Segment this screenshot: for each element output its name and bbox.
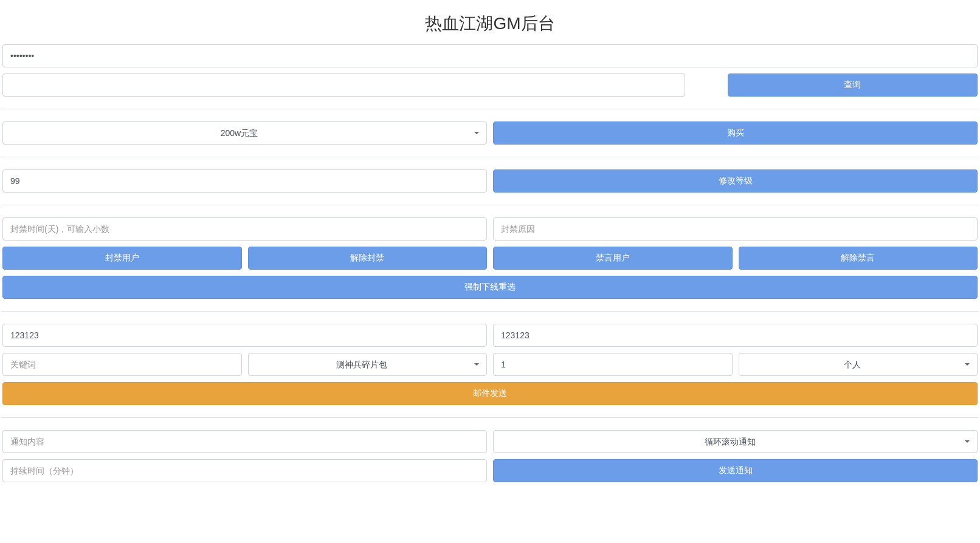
keyword-input[interactable] — [2, 353, 242, 376]
divider — [1, 417, 979, 418]
mail-count-input[interactable] — [493, 353, 733, 376]
mail-target-select[interactable]: 个人 — [739, 353, 978, 376]
divider — [1, 109, 979, 109]
force-offline-button[interactable]: 强制下线重选 — [2, 276, 978, 299]
purchase-button[interactable]: 购买 — [493, 121, 978, 145]
notify-type-select[interactable]: 循环滚动通知 — [493, 430, 978, 453]
send-mail-button[interactable]: 邮件发送 — [2, 382, 978, 405]
notify-content-input[interactable] — [2, 430, 487, 453]
divider — [1, 157, 979, 157]
level-input[interactable] — [2, 169, 487, 193]
mail-item-select[interactable]: 测神兵碎片包 — [248, 353, 488, 376]
unmute-user-button[interactable]: 解除禁言 — [739, 247, 978, 270]
send-notify-button[interactable]: 发送通知 — [493, 459, 978, 482]
notify-duration-input[interactable] — [2, 459, 487, 482]
ban-user-button[interactable]: 封禁用户 — [2, 247, 242, 270]
ban-reason-input[interactable] — [493, 217, 978, 241]
password-input[interactable] — [2, 44, 978, 67]
mail-input-2[interactable] — [493, 324, 978, 347]
purchase-item-select[interactable]: 200w元宝 — [2, 121, 487, 145]
query-input[interactable] — [2, 73, 685, 97]
divider — [1, 311, 979, 312]
mute-user-button[interactable]: 禁言用户 — [493, 247, 733, 270]
query-button[interactable]: 查询 — [728, 73, 978, 97]
mail-input-1[interactable] — [2, 324, 487, 347]
page-title: 热血江湖GM后台 — [0, 0, 980, 44]
divider — [1, 205, 979, 205]
ban-time-input[interactable] — [2, 217, 487, 241]
modify-level-button[interactable]: 修改等级 — [493, 169, 978, 193]
unban-user-button[interactable]: 解除封禁 — [248, 247, 488, 270]
